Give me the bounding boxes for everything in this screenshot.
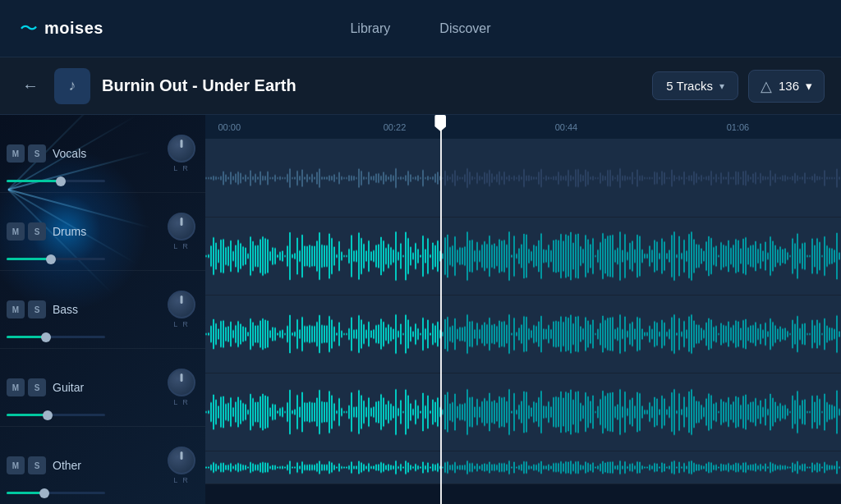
volume-track-drums[interactable]: [7, 258, 105, 260]
volume-thumb-bass[interactable]: [41, 332, 51, 342]
mute-button-guitar[interactable]: M: [7, 378, 25, 396]
song-title: Burnin Out - Under Earth: [102, 76, 652, 95]
waveform-canvas-bass: [205, 296, 841, 373]
knob-area-bass: L R: [168, 291, 195, 328]
volume-fill-guitar: [7, 414, 48, 416]
mute-button-bass[interactable]: M: [7, 300, 25, 318]
volume-track-other[interactable]: [7, 492, 105, 494]
volume-thumb-guitar[interactable]: [43, 410, 53, 420]
ruler-marks: 00:0000:2200:4401:06: [205, 115, 841, 139]
track-mute-solo-guitar: M S: [7, 378, 46, 396]
pan-knob-bass[interactable]: [168, 291, 195, 318]
volume-slider-drums[interactable]: [7, 258, 205, 260]
chevron-down-icon-bpm: ▾: [806, 79, 812, 94]
bpm-value: 136: [779, 79, 799, 93]
track-mute-solo-vocals: M S: [7, 144, 46, 163]
ruler-mark-3: 01:06: [727, 122, 750, 132]
back-button[interactable]: ←: [16, 72, 44, 100]
waveform-row-bass[interactable]: [205, 296, 841, 373]
waveform-canvas-drums: [205, 218, 841, 295]
track-row-vocals: M S Vocals L R: [0, 115, 205, 193]
nav-links: Library Discover: [350, 18, 490, 39]
volume-thumb-vocals[interactable]: [56, 176, 66, 186]
pan-knob-other[interactable]: [168, 447, 195, 474]
timeline-panel[interactable]: 00:0000:2200:4401:06: [205, 115, 841, 504]
knob-area-other: L R: [168, 447, 195, 484]
lr-label-guitar: L R: [173, 398, 190, 406]
volume-track-vocals[interactable]: [7, 180, 105, 182]
logo-icon: 〜: [20, 16, 38, 41]
nav-library[interactable]: Library: [350, 18, 390, 39]
top-navigation: 〜 moises Library Discover: [0, 0, 841, 57]
mute-button-vocals[interactable]: M: [7, 144, 25, 163]
track-name-vocals: Vocals: [53, 147, 161, 160]
track-row-bass: M S Bass L R: [0, 271, 205, 349]
volume-slider-vocals[interactable]: [7, 180, 205, 182]
ruler-mark-1: 00:22: [384, 122, 407, 132]
mute-button-other[interactable]: M: [7, 456, 25, 474]
track-mute-solo-other: M S: [7, 456, 46, 474]
volume-track-guitar[interactable]: [7, 414, 105, 416]
knob-area-guitar: L R: [168, 369, 195, 406]
volume-slider-guitar[interactable]: [7, 414, 205, 416]
metronome-icon: △: [761, 77, 772, 95]
waveform-tracks: [205, 140, 841, 484]
track-mute-solo-drums: M S: [7, 222, 46, 241]
chevron-down-icon: ▾: [719, 80, 724, 92]
pan-knob-drums[interactable]: [168, 213, 195, 241]
waveform-row-guitar[interactable]: [205, 373, 841, 451]
track-row-guitar: M S Guitar L R: [0, 349, 205, 427]
waveform-row-drums[interactable]: [205, 218, 841, 296]
mute-button-drums[interactable]: M: [7, 222, 25, 241]
knob-area-drums: L R: [168, 213, 195, 250]
app-name: moises: [44, 19, 103, 38]
tracks-label: 5 Tracks: [666, 79, 713, 93]
nav-discover[interactable]: Discover: [439, 18, 490, 39]
tracks-panel: M S Vocals L R M S Drums L R: [0, 115, 205, 504]
waveform-row-other[interactable]: [205, 451, 841, 484]
track-name-guitar: Guitar: [53, 381, 161, 394]
metronome-button[interactable]: △ 136 ▾: [748, 70, 825, 103]
waveform-canvas-other: [205, 451, 841, 483]
pan-knob-vocals[interactable]: [168, 135, 195, 163]
volume-fill-vocals: [7, 180, 61, 182]
track-mute-solo-bass: M S: [7, 300, 46, 318]
volume-slider-other[interactable]: [7, 492, 205, 494]
track-name-drums: Drums: [53, 225, 161, 238]
track-row-drums: M S Drums L R: [0, 193, 205, 271]
solo-button-other[interactable]: S: [28, 456, 46, 474]
main-area: M S Vocals L R M S Drums L R: [0, 115, 841, 504]
track-name-other: Other: [53, 459, 161, 472]
lr-label-bass: L R: [173, 320, 190, 328]
volume-slider-bass[interactable]: [7, 336, 205, 338]
waveform-canvas-guitar: [205, 373, 841, 451]
ruler-mark-0: 00:00: [218, 122, 241, 132]
lr-label-other: L R: [173, 476, 190, 484]
volume-fill-bass: [7, 336, 46, 338]
music-note-icon: ♪: [69, 77, 76, 94]
waveform-canvas-vocals: [205, 140, 841, 217]
timeline-ruler: 00:0000:2200:4401:06: [205, 115, 841, 140]
subheader: ← ♪ Burnin Out - Under Earth 5 Tracks ▾ …: [0, 57, 841, 115]
volume-thumb-other[interactable]: [39, 488, 49, 498]
ruler-mark-2: 00:44: [555, 122, 578, 132]
track-name-bass: Bass: [53, 303, 161, 316]
song-icon: ♪: [54, 68, 90, 104]
volume-track-bass[interactable]: [7, 336, 105, 338]
solo-button-bass[interactable]: S: [28, 300, 46, 318]
waveform-row-vocals[interactable]: [205, 140, 841, 218]
lr-label-vocals: L R: [173, 164, 190, 172]
tracks-selector-button[interactable]: 5 Tracks ▾: [652, 71, 738, 100]
solo-button-guitar[interactable]: S: [28, 378, 46, 396]
solo-button-drums[interactable]: S: [28, 222, 46, 241]
pan-knob-guitar[interactable]: [168, 369, 195, 396]
tracks-list: M S Vocals L R M S Drums L R: [0, 115, 205, 504]
volume-fill-drums: [7, 258, 51, 260]
knob-area-vocals: L R: [168, 135, 195, 172]
track-row-other: M S Other L R: [0, 427, 205, 504]
logo[interactable]: 〜 moises: [20, 16, 103, 41]
solo-button-vocals[interactable]: S: [28, 144, 46, 163]
lr-label-drums: L R: [173, 242, 190, 250]
volume-thumb-drums[interactable]: [46, 254, 56, 264]
